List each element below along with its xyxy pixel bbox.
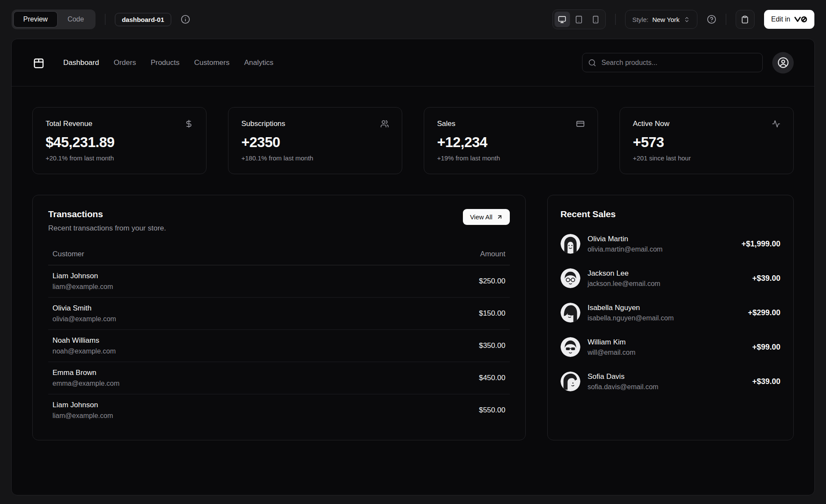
stat-change: +201 since last hour [633,154,780,162]
stat-value: +2350 [241,134,389,151]
list-item[interactable]: Olivia Martin olivia.martin@email.com +$… [561,234,780,254]
sale-customer-email: olivia.martin@email.com [588,246,663,253]
sale-customer-name: Jackson Lee [588,269,660,278]
list-item[interactable]: Sofia Davis sofia.davis@email.com +$39.0… [561,372,780,391]
customer-name: Olivia Smith [52,304,116,313]
recent-sales-title: Recent Sales [561,209,780,219]
smartphone-icon[interactable] [588,12,604,27]
stat-card-active-now: Active Now +573 +201 since last hour [620,107,794,174]
nav-item-orders[interactable]: Orders [114,58,136,67]
chevrons-up-down-icon [684,16,690,23]
customer-name: Liam Johnson [52,401,113,409]
edit-in-v0-button[interactable]: Edit in [764,10,814,29]
tablet-icon[interactable] [571,12,587,27]
preview-tab[interactable]: Preview [13,11,58,28]
users-icon [380,120,389,128]
transactions-subtitle: Recent transactions from your store. [48,224,166,233]
recent-sales-card: Recent Sales Olivia Martin olivia.martin… [547,195,794,440]
column-header-amount: Amount [480,250,505,258]
nav-item-products[interactable]: Products [151,58,179,67]
stat-change: +180.1% from last month [241,154,389,162]
style-select-value: New York [652,16,679,23]
v0-logo-icon [794,16,807,23]
toolbar-divider [105,14,105,25]
list-item[interactable]: William Kim will@email.com +$99.00 [561,337,780,357]
header-right [582,52,794,74]
customer-name: Noah Williams [52,336,116,345]
sale-customer-email: isabella.nguyen@email.com [588,314,674,322]
customer-email: emma@example.com [52,380,120,387]
search-input[interactable] [582,53,763,72]
info-icon[interactable] [181,15,190,24]
transaction-amount: $250.00 [479,277,505,286]
stat-title: Active Now [633,120,669,128]
toolbar-divider [726,14,726,25]
view-toggle: Preview Code [12,9,96,29]
dashboard-preview-panel: Dashboard Orders Products Customers Anal… [11,39,815,495]
stat-value: $45,231.89 [46,134,193,151]
avatar [561,303,580,323]
transactions-title: Transactions [48,209,166,219]
dashboard-header: Dashboard Orders Products Customers Anal… [12,39,814,86]
style-select[interactable]: Style: New York [625,10,697,29]
sale-customer-email: will@email.com [588,349,635,356]
transaction-amount: $150.00 [479,309,505,318]
transaction-amount: $450.00 [479,374,505,382]
stat-change: +19% from last month [437,154,585,162]
column-header-customer: Customer [52,250,84,258]
sale-amount: +$99.00 [752,343,780,352]
table-row[interactable]: Noah Williams noah@example.com $350.00 [48,330,510,362]
copy-code-button[interactable] [736,10,755,29]
toolbar-divider [615,14,616,25]
list-item[interactable]: Jackson Lee jackson.lee@email.com +$39.0… [561,268,780,288]
desktop-icon[interactable] [555,12,570,27]
sale-amount: +$299.00 [748,308,780,317]
stat-title: Sales [437,120,456,128]
transaction-amount: $350.00 [479,341,505,350]
table-row[interactable]: Emma Brown emma@example.com $450.00 [48,362,510,394]
account-menu-button[interactable] [772,52,794,74]
transactions-card: Transactions Recent transactions from yo… [32,195,526,440]
credit-card-icon [576,120,585,128]
sale-customer-email: jackson.lee@email.com [588,280,660,288]
table-row[interactable]: Liam Johnson liam@example.com $250.00 [48,265,510,298]
sale-customer-email: sofia.davis@email.com [588,383,659,391]
toolbar-left: Preview Code dashboard-01 [12,9,190,29]
dashboard-content: Total Revenue $45,231.89 +20.1% from las… [12,86,814,461]
avatar [561,372,580,391]
nav-item-dashboard[interactable]: Dashboard [63,58,99,67]
activity-icon [772,120,780,128]
stat-title: Subscriptions [241,120,285,128]
customer-email: olivia@example.com [52,315,116,323]
search-icon [588,58,596,67]
store-logo-icon[interactable] [32,56,45,69]
nav-item-analytics[interactable]: Analytics [244,58,273,67]
customer-email: liam@example.com [52,283,113,291]
avatar [561,268,580,288]
code-tab[interactable]: Code [58,11,94,28]
stat-card-subscriptions: Subscriptions +2350 +180.1% from last mo… [228,107,402,174]
dollar-sign-icon [185,120,193,128]
clipboard-icon [741,15,749,24]
view-all-button[interactable]: View All [463,209,509,225]
customer-name: Emma Brown [52,369,120,377]
transactions-table: Customer Amount Liam Johnson liam@exampl… [48,247,510,426]
table-row[interactable]: Olivia Smith olivia@example.com $150.00 [48,298,510,330]
sale-customer-name: William Kim [588,338,635,347]
main-nav: Dashboard Orders Products Customers Anal… [63,58,273,67]
help-icon[interactable] [707,15,716,24]
table-header-row: Customer Amount [48,247,510,265]
avatar [561,234,580,254]
sale-customer-name: Isabella Nguyen [588,304,674,312]
stat-change: +20.1% from last month [46,154,193,162]
customer-email: liam@example.com [52,412,113,420]
device-size-toggle [552,9,606,29]
sale-amount: +$39.00 [752,274,780,283]
nav-item-customers[interactable]: Customers [194,58,229,67]
table-row[interactable]: Liam Johnson liam@example.com $550.00 [48,394,510,426]
stat-card-sales: Sales +12,234 +19% from last month [424,107,598,174]
block-name-badge: dashboard-01 [115,13,171,26]
list-item[interactable]: Isabella Nguyen isabella.nguyen@email.co… [561,303,780,323]
arrow-up-right-icon [496,214,503,220]
toolbar-right: Style: New York Edit in [552,9,814,29]
